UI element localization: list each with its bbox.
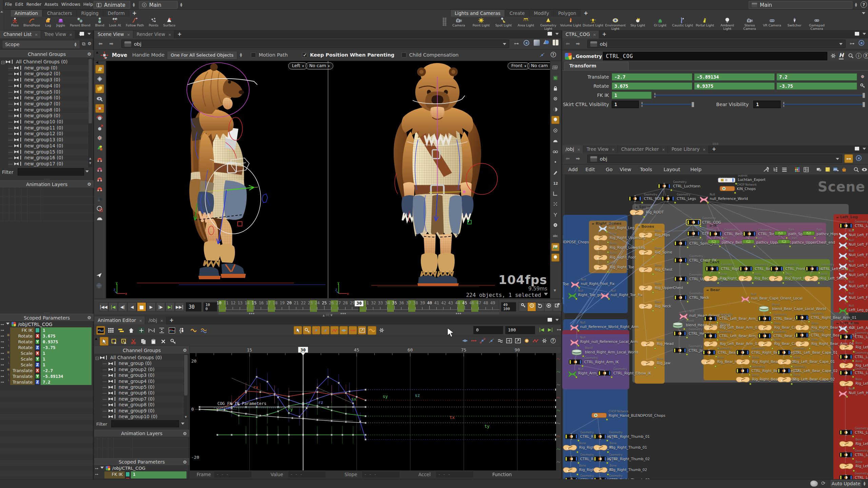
- node-ctrl_right_bear_cape_02[interactable]: GeometryCTRL_Right_Bear_Cape_02: [735, 368, 750, 375]
- network-menu-add[interactable]: Add: [568, 167, 578, 172]
- node-null_left_arm[interactable]: Nullnull_Left_Arm: [839, 325, 847, 334]
- node-ctrl_front_protection[interactable]: GeometryCTRL_Front_Protection: [769, 266, 784, 273]
- view-selector-front[interactable]: Front: [508, 62, 530, 69]
- display-flag[interactable]: [846, 289, 848, 291]
- node-null_left_foot_in[interactable]: NullNull_Left_Foot_In: [839, 241, 847, 250]
- checkbox-box[interactable]: [251, 53, 256, 58]
- network-list-button[interactable]: [781, 166, 788, 174]
- geo-tool[interactable]: [95, 143, 104, 152]
- redzig-toggle[interactable]: [330, 326, 339, 334]
- pane-split-icon[interactable]: [80, 32, 84, 36]
- tree-group-row[interactable]: — new_group9 (0): [102, 408, 184, 414]
- tab-close-icon[interactable]: ×: [577, 147, 580, 152]
- node-rig_root[interactable]: BoneRig_ROOT: [629, 209, 645, 217]
- scoped-param-row[interactable]: ⊶▣ Translate X -2.7: [0, 368, 94, 373]
- display-flag[interactable]: [734, 192, 736, 194]
- timeline-ruler[interactable]: 1011121314151617181920212223242526272829…: [218, 300, 499, 311]
- filter-input[interactable]: [111, 420, 179, 427]
- display-flag[interactable]: [577, 330, 579, 332]
- node-rig_left_bear_cape_02[interactable]: BoneRig_Left_Bear_Cape_02: [776, 376, 792, 384]
- tree-group-row[interactable]: — new_group3 (0): [102, 372, 184, 379]
- node-rig_right_upperleg[interactable]: BoneRig_Right_UpperLeg: [593, 235, 608, 242]
- node-ctrl_left_upperarm[interactable]: GeometryCTRL_Left_UpperArm: [839, 354, 853, 361]
- viewport[interactable]: LeftNo camFrontNo cam104fps9.59ms224 obj…: [106, 61, 550, 298]
- scoped-param-value[interactable]: -5.89134: [41, 373, 92, 379]
- graph-range-start-field[interactable]: 0: [473, 326, 503, 334]
- graph-range-end-field[interactable]: 100: [505, 326, 535, 334]
- display-flag[interactable]: [748, 301, 750, 303]
- select-order-icon[interactable]: [539, 52, 545, 59]
- viewcircle-tool[interactable]: [95, 204, 104, 213]
- display-flag[interactable]: [852, 360, 854, 362]
- keyblue-toggle[interactable]: [312, 326, 320, 334]
- scoped-path-row[interactable]: ⊶/obj/CTRL_COG: [0, 322, 94, 327]
- display-flag[interactable]: [808, 321, 810, 323]
- skirt-visibility-field[interactable]: 1: [612, 101, 639, 108]
- prevframe-button[interactable]: ◀|: [118, 302, 127, 311]
- shelf-separator[interactable]: ●●●●●●●●●●: [442, 18, 445, 29]
- display-flag[interactable]: [719, 245, 721, 247]
- display-flag[interactable]: [699, 225, 702, 227]
- node-pathcv_upperchest[interactable]: Pathpathcv_UpperChest: [742, 239, 755, 245]
- node-rig_left_index_01[interactable]: BoneRig_Left_Index_01: [839, 441, 854, 448]
- tab--obj[interactable]: /obj×: [562, 145, 583, 153]
- filter-input[interactable]: [18, 168, 84, 176]
- node-rig_bear_cape_01[interactable]: BoneRig_Bear_Cape_01: [757, 324, 773, 332]
- node-rig_back_skirt[interactable]: BoneRig_Back_Skirt: [737, 275, 753, 283]
- node-ctrl_back_skirt[interactable]: GeometryCTRL_Back_Skirt: [738, 266, 753, 273]
- node-left_leg_goal[interactable]: NullLeft_Leg_goal: [839, 307, 847, 316]
- display-flag[interactable]: [752, 282, 754, 284]
- translate-y-field[interactable]: -5.89134: [694, 73, 775, 81]
- tree-group-row[interactable]: — new_group14 (0): [8, 143, 89, 149]
- display-flag[interactable]: [577, 462, 579, 464]
- pin-icon[interactable]: ⊶: [850, 41, 854, 46]
- display-flag[interactable]: [611, 376, 613, 378]
- node-null_right_leg[interactable]: Nullnull_Right_Leg: [598, 225, 607, 234]
- reddots-toggle[interactable]: [349, 326, 357, 334]
- display-flag[interactable]: [674, 202, 676, 204]
- tab-close-icon[interactable]: ×: [127, 33, 130, 37]
- update-mode-spinner[interactable]: ▲▼: [862, 480, 867, 487]
- scale-tool[interactable]: [95, 124, 104, 133]
- shelf-tool-blendpose[interactable]: BlendPose: [21, 16, 42, 30]
- reddots-graph-button[interactable]: [471, 338, 477, 345]
- shelf-tool-portal-light[interactable]: Portal Light: [694, 16, 716, 30]
- menu-help[interactable]: Help: [82, 0, 95, 9]
- tgt-display-toggle[interactable]: [551, 126, 559, 135]
- display-flag[interactable]: [771, 347, 773, 349]
- network-canvas[interactable]: Scene⠿⠿▶▬ Spine▬ Bones▬ Right_Bones▬ IK▬…: [562, 175, 868, 479]
- node-ctrl_left_bear_arm_02[interactable]: GeometryCTRL_Left_Bear_Arm_02: [703, 333, 718, 340]
- shelf-tab-rigging[interactable]: Rigging: [77, 9, 103, 17]
- follow-focus-icon[interactable]: [856, 155, 862, 161]
- node-rig_right_foot[interactable]: BoneRig_Right_Foot: [593, 254, 608, 262]
- node-rig_right_lowerleg[interactable]: BoneRig_Right_LowerLeg: [593, 244, 608, 252]
- display-flag[interactable]: [846, 247, 848, 249]
- gear-icon[interactable]: ⚙: [183, 348, 187, 353]
- next-key-button[interactable]: ▶|: [548, 327, 553, 332]
- scoped-param-value[interactable]: 0.9375: [41, 339, 92, 345]
- handle-mode-spinner[interactable]: ▲▼: [239, 51, 243, 59]
- pointer-edit-button[interactable]: [100, 337, 108, 346]
- node-rig_spine[interactable]: BoneRig_Spine: [638, 249, 653, 257]
- node-ctrl_right_pinky_03[interactable]: GeometryCTRL_Right_Pinky_03: [564, 477, 579, 479]
- goend-button[interactable]: ▶▶|: [175, 302, 184, 311]
- scoped-param-row[interactable]: ⊶└ Rotate Y 0.9375: [0, 339, 94, 345]
- value-field[interactable]: - - -: [288, 471, 326, 477]
- display-flag[interactable]: [641, 202, 643, 204]
- menu-edit[interactable]: Edit: [14, 0, 25, 9]
- network-treelist-button[interactable]: [772, 166, 779, 174]
- rotate-y-field[interactable]: 0.9375: [694, 82, 775, 90]
- node-rig_hips[interactable]: BoneRig_Hips: [638, 232, 653, 240]
- tree-group-row[interactable]: — new_group16 (0): [8, 155, 89, 161]
- display-flag[interactable]: [607, 271, 609, 273]
- disc-display-toggle[interactable]: [551, 221, 559, 229]
- node-rig_right_bear_arm_03[interactable]: BoneRig_Right_Bear_Arm_03: [794, 324, 810, 332]
- keyblue2-toggle[interactable]: [321, 326, 330, 334]
- dots-display-toggle[interactable]: [551, 200, 559, 208]
- accel-field[interactable]: - - -: [436, 471, 473, 477]
- tab-ctrl-cog[interactable]: CTRL_COG×: [562, 30, 599, 38]
- export-button[interactable]: [553, 302, 562, 311]
- snap-tool[interactable]: [95, 185, 104, 194]
- node-rig_left_lowerarm[interactable]: BoneRig_Left_LowerArm: [839, 380, 854, 388]
- node-ctrl_root[interactable]: GeometryCTRL_ROOT: [628, 196, 643, 203]
